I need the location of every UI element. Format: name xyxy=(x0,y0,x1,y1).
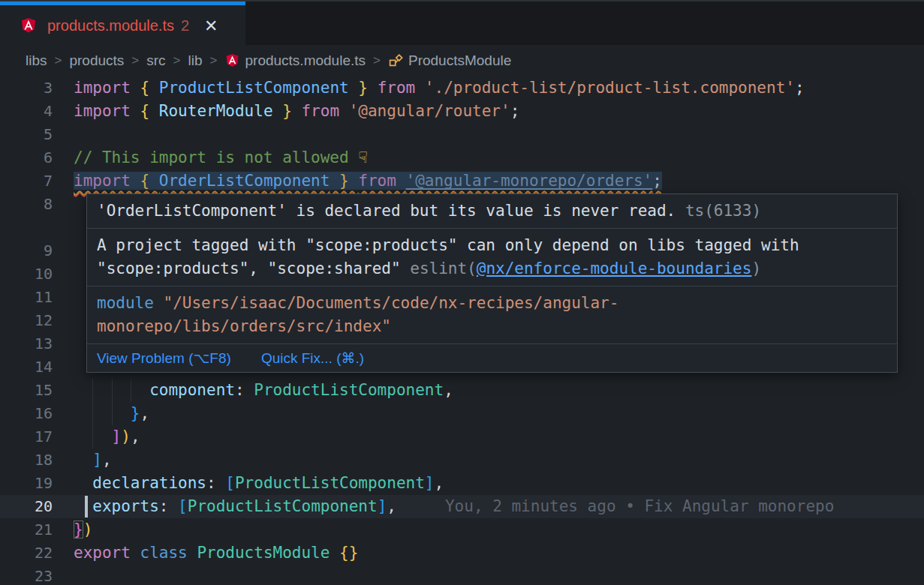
code-token: ; xyxy=(795,79,805,97)
chevron-icon: > xyxy=(210,53,218,68)
code-line-4[interactable]: 4import { RouterModule } from '@angular/… xyxy=(0,100,924,123)
breadcrumb-item-src[interactable]: src xyxy=(146,52,165,69)
code-token: from xyxy=(301,102,348,120)
code-token: } xyxy=(273,102,302,120)
chevron-icon: > xyxy=(373,53,381,68)
code-token: ) xyxy=(121,428,131,446)
line-number: 13 xyxy=(0,332,53,356)
code-token: ProductListComponent xyxy=(254,381,444,399)
code-token: ; xyxy=(652,172,662,190)
eslint-rule-link[interactable]: @nx/enforce-module-boundaries xyxy=(477,260,752,278)
hover-message-text: ts(6133) xyxy=(676,202,761,220)
code-token: ] xyxy=(425,474,435,492)
code-line-content: // This import is not allowed ☟ xyxy=(74,146,368,170)
code-token xyxy=(330,544,339,562)
code-token: ☟ xyxy=(358,148,368,166)
code-line-17[interactable]: 17 ]), xyxy=(0,425,924,448)
ts-diagnostic: 'OrderListComponent' is declared but its… xyxy=(87,194,897,229)
close-icon[interactable]: ✕ xyxy=(204,18,218,34)
breadcrumb-item-products[interactable]: products xyxy=(69,52,124,69)
breadcrumb-item-lib[interactable]: lib xyxy=(188,52,203,69)
code-token: ) xyxy=(83,520,93,538)
code-token: ProductListComponent xyxy=(235,474,425,492)
code-line-content: import { OrderListComponent } from '@ang… xyxy=(74,170,662,193)
line-number: 3 xyxy=(0,76,53,100)
code-token: ProductListComponent xyxy=(159,79,349,97)
line-number: 22 xyxy=(0,542,53,565)
code-token: component xyxy=(149,381,235,399)
angular-icon xyxy=(20,17,38,35)
line-number: 21 xyxy=(0,518,53,542)
code-line-22[interactable]: 22export class ProductsModule {} xyxy=(0,542,924,565)
eslint-diagnostic: A project tagged with "scope:products" c… xyxy=(87,229,897,286)
code-line-3[interactable]: 3import { ProductListComponent } from '.… xyxy=(0,76,924,100)
code-line-content: }) xyxy=(74,518,92,542)
class-icon xyxy=(388,53,404,69)
tab-products-module[interactable]: products.module.ts 2 ✕ xyxy=(0,2,245,46)
code-line-6[interactable]: 6// This import is not allowed ☟ xyxy=(0,146,924,170)
code-token: exports xyxy=(92,497,159,515)
code-token: ] xyxy=(378,497,387,515)
code-token: { xyxy=(140,102,159,120)
chevron-icon: > xyxy=(55,53,62,68)
code-token: declarations xyxy=(92,474,206,492)
hover-popup: 'OrderListComponent' is declared but its… xyxy=(86,194,898,373)
tab-title: products.module.ts xyxy=(47,17,174,34)
code-line-16[interactable]: 16 }, xyxy=(0,402,924,425)
hover-message-text: ) xyxy=(751,260,761,278)
vscode-editor-window: products.module.ts 2 ✕ libs>products>src… xyxy=(0,0,924,585)
code-token: , xyxy=(140,404,150,422)
chevron-icon: > xyxy=(131,53,139,68)
code-line-7[interactable]: 7import { OrderListComponent } from '@an… xyxy=(0,170,924,193)
git-blame-annotation: You, 2 minutes ago • Fix Angular monorep… xyxy=(445,497,834,515)
chevron-icon: > xyxy=(173,53,181,68)
code-line-content: import { ProductListComponent } from './… xyxy=(74,76,805,100)
code-token: import xyxy=(74,172,140,190)
line-number: 4 xyxy=(0,100,53,123)
line-number: 7 xyxy=(0,170,53,193)
error-squiggle: import { OrderListComponent } from '@ang… xyxy=(74,172,662,190)
code-token: , xyxy=(131,428,140,446)
breadcrumb-item-libs[interactable]: libs xyxy=(26,52,47,69)
code-line-15[interactable]: 15 component: ProductListComponent, xyxy=(0,379,924,402)
code-token: '@angular-monorepo/orders' xyxy=(406,172,653,190)
code-line-content: ]), xyxy=(74,425,140,448)
code-token xyxy=(74,451,92,469)
code-token: class xyxy=(140,544,197,562)
code-line-20[interactable]: 20 exports: [ProductListComponent],You, … xyxy=(0,495,924,518)
code-line-23[interactable]: 23 xyxy=(0,565,924,585)
code-line-content: exports: [ProductListComponent],You, 2 m… xyxy=(74,495,834,518)
code-token: // This import is not allowed xyxy=(74,148,358,166)
code-token: {} xyxy=(339,544,358,562)
breadcrumb-item-products-module-ts[interactable]: products.module.ts xyxy=(245,52,366,69)
code-token: [ xyxy=(178,497,188,515)
code-line-18[interactable]: 18 ], xyxy=(0,448,924,472)
line-number: 9 xyxy=(0,239,53,262)
line-number: 11 xyxy=(0,286,53,309)
hover-message-text: monorepo/libs/orders/src/index" xyxy=(97,317,391,335)
line-number: 16 xyxy=(0,402,53,425)
line-number: 12 xyxy=(0,309,53,332)
view-problem-button[interactable]: View Problem (⌥F8) xyxy=(97,350,231,367)
breadcrumb-item-productsmodule[interactable]: ProductsModule xyxy=(408,52,511,69)
hover-message-text: 'OrderListComponent' is declared but its… xyxy=(97,202,676,220)
line-number: 20 xyxy=(0,495,53,518)
code-token: export xyxy=(74,544,140,562)
code-token: } xyxy=(131,404,140,422)
code-line-content: import { RouterModule } from '@angular/r… xyxy=(74,100,519,123)
code-token: ; xyxy=(510,102,520,120)
code-line-content: declarations: [ProductListComponent], xyxy=(74,472,444,495)
code-line-5[interactable]: 5 xyxy=(0,123,924,146)
line-number: 18 xyxy=(0,448,53,472)
module-path: module "/Users/isaac/Documents/code/nx-r… xyxy=(87,286,897,344)
hover-message-text: "scope:products", "scope:shared" xyxy=(97,260,410,278)
code-line-19[interactable]: 19 declarations: [ProductListComponent], xyxy=(0,472,924,495)
line-number: 19 xyxy=(0,472,53,495)
line-number: 14 xyxy=(0,356,53,379)
code-token: OrderListComponent xyxy=(159,172,330,190)
code-token: : xyxy=(159,497,178,515)
line-number: 6 xyxy=(0,146,53,170)
code-token: import xyxy=(74,102,140,120)
quick-fix-button[interactable]: Quick Fix... (⌘.) xyxy=(261,350,364,367)
code-line-21[interactable]: 21}) xyxy=(0,518,924,542)
